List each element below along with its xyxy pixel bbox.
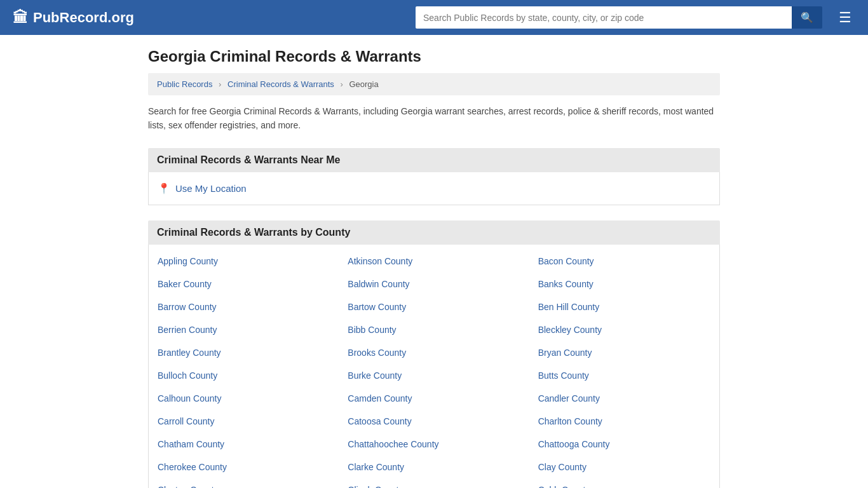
search-bar: 🔍 (416, 6, 822, 29)
county-link[interactable]: Cherokee County (158, 462, 227, 472)
county-link[interactable]: Chattooga County (538, 439, 610, 449)
breadcrumb-sep-2: › (341, 79, 343, 89)
county-link[interactable]: Baker County (158, 279, 212, 289)
list-item: Cherokee County (149, 456, 339, 478)
county-link[interactable]: Brooks County (348, 348, 406, 358)
county-section-heading: Criminal Records & Warrants by County (148, 220, 720, 245)
county-link[interactable]: Berrien County (158, 325, 217, 335)
county-link[interactable]: Atkinson County (348, 256, 412, 266)
list-item: Atkinson County (339, 250, 529, 273)
logo-text: PubRecord.org (33, 10, 134, 26)
list-item: Appling County (149, 250, 339, 273)
county-link[interactable]: Bryan County (538, 348, 592, 358)
list-item: Ben Hill County (529, 295, 719, 318)
list-item: Brantley County (149, 341, 339, 364)
list-item: Berrien County (149, 318, 339, 341)
breadcrumb-public-records[interactable]: Public Records (157, 79, 212, 89)
page-title: Georgia Criminal Records & Warrants (148, 48, 720, 65)
list-item: Bibb County (339, 318, 529, 341)
county-link[interactable]: Baldwin County (348, 279, 409, 289)
list-item: Butts County (529, 364, 719, 387)
county-link[interactable]: Camden County (348, 393, 412, 403)
list-item: Baldwin County (339, 273, 529, 295)
county-link[interactable]: Butts County (538, 370, 589, 381)
list-item: Barrow County (149, 295, 339, 318)
breadcrumb-current: Georgia (349, 79, 378, 89)
breadcrumb: Public Records › Criminal Records & Warr… (148, 73, 720, 95)
near-me-section: 📍 Use My Location (148, 172, 720, 205)
breadcrumb-sep-1: › (219, 79, 221, 89)
county-link[interactable]: Candler County (538, 393, 600, 403)
site-header: 🏛 PubRecord.org 🔍 ☰ (0, 0, 868, 35)
menu-button[interactable]: ☰ (835, 11, 855, 25)
list-item: Brooks County (339, 341, 529, 364)
county-link[interactable]: Cobb County (538, 485, 590, 488)
list-item: Chatham County (149, 433, 339, 456)
list-item: Baker County (149, 273, 339, 295)
county-link[interactable]: Calhoun County (158, 393, 221, 403)
county-link[interactable]: Banks County (538, 279, 593, 289)
county-link[interactable]: Chatham County (158, 439, 224, 449)
county-link[interactable]: Brantley County (158, 348, 221, 358)
county-link[interactable]: Bulloch County (158, 370, 217, 381)
near-me-content: 📍 Use My Location (149, 172, 719, 205)
county-link[interactable]: Catoosa County (348, 416, 411, 426)
county-link[interactable]: Burke County (348, 370, 402, 381)
search-icon: 🔍 (801, 12, 813, 23)
county-link[interactable]: Clarke County (348, 462, 404, 472)
county-link[interactable]: Bleckley County (538, 325, 602, 335)
list-item: Clayton County (149, 478, 339, 488)
list-item: Charlton County (529, 410, 719, 433)
hamburger-icon: ☰ (839, 10, 851, 25)
list-item: Bartow County (339, 295, 529, 318)
county-link[interactable]: Carroll County (158, 416, 214, 426)
site-logo[interactable]: 🏛 PubRecord.org (13, 9, 134, 27)
list-item: Carroll County (149, 410, 339, 433)
county-link[interactable]: Chattahoochee County (348, 439, 438, 449)
page-description: Search for free Georgia Criminal Records… (148, 104, 720, 133)
list-item: Clinch County (339, 478, 529, 488)
county-link[interactable]: Barrow County (158, 302, 217, 312)
county-link[interactable]: Bacon County (538, 256, 594, 266)
list-item: Bacon County (529, 250, 719, 273)
list-item: Clarke County (339, 456, 529, 478)
list-item: Bryan County (529, 341, 719, 364)
county-section: Appling CountyAtkinson CountyBacon Count… (148, 245, 720, 488)
list-item: Chattooga County (529, 433, 719, 456)
list-item: Clay County (529, 456, 719, 478)
list-item: Bleckley County (529, 318, 719, 341)
list-item: Calhoun County (149, 387, 339, 410)
county-link[interactable]: Ben Hill County (538, 302, 600, 312)
county-link[interactable]: Clayton County (158, 485, 219, 488)
county-link[interactable]: Appling County (158, 256, 218, 266)
main-content: Georgia Criminal Records & Warrants Publ… (135, 35, 733, 488)
county-link[interactable]: Charlton County (538, 416, 602, 426)
search-input[interactable] (416, 6, 792, 29)
county-link[interactable]: Bartow County (348, 302, 406, 312)
county-link[interactable]: Clinch County (348, 485, 403, 488)
list-item: Chattahoochee County (339, 433, 529, 456)
near-me-heading: Criminal Records & Warrants Near Me (148, 148, 720, 172)
logo-icon: 🏛 (13, 9, 28, 27)
list-item: Candler County (529, 387, 719, 410)
county-link[interactable]: Bibb County (348, 325, 396, 335)
use-location-link[interactable]: Use My Location (175, 183, 247, 194)
search-button[interactable]: 🔍 (792, 6, 822, 29)
list-item: Camden County (339, 387, 529, 410)
location-icon: 📍 (158, 182, 170, 194)
list-item: Catoosa County (339, 410, 529, 433)
breadcrumb-criminal-records[interactable]: Criminal Records & Warrants (227, 79, 334, 89)
list-item: Burke County (339, 364, 529, 387)
list-item: Cobb County (529, 478, 719, 488)
county-link[interactable]: Clay County (538, 462, 587, 472)
list-item: Banks County (529, 273, 719, 295)
county-grid: Appling CountyAtkinson CountyBacon Count… (149, 245, 719, 488)
list-item: Bulloch County (149, 364, 339, 387)
